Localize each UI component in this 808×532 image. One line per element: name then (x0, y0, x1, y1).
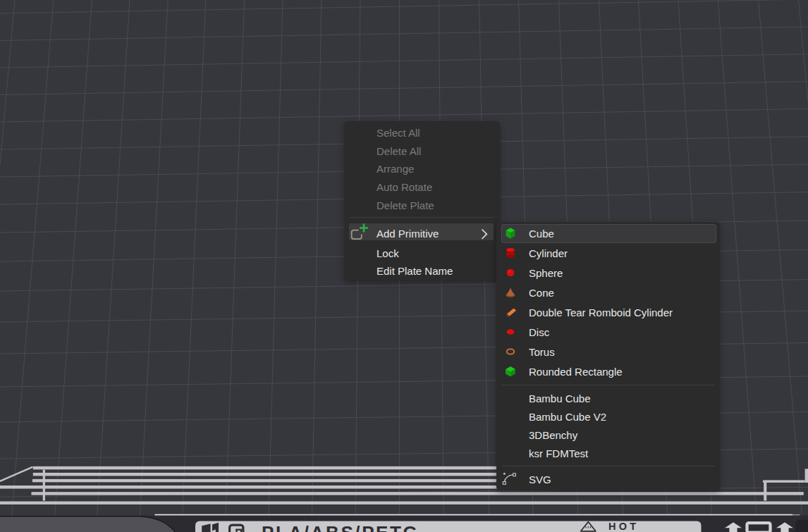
svg-text:HOT: HOT (608, 521, 639, 532)
svg-text:PLA/ABS/PETG: PLA/ABS/PETG (262, 522, 419, 532)
